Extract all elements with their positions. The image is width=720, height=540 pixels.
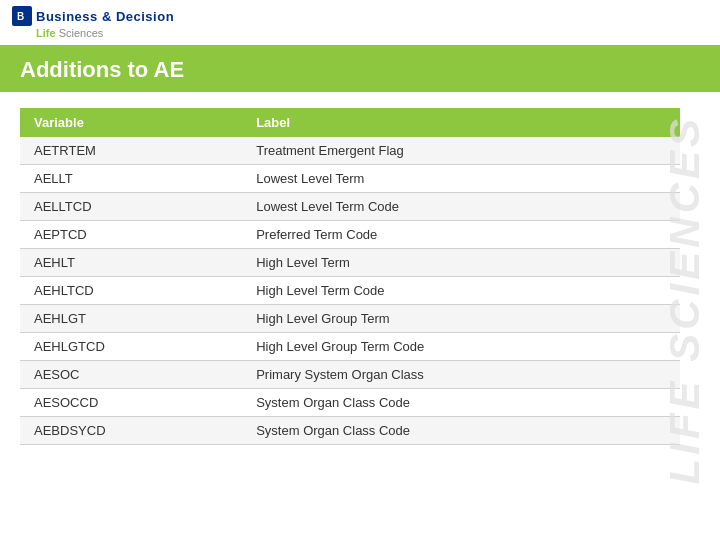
cell-variable: AEHLGT [20,305,242,333]
cell-variable: AESOCCD [20,389,242,417]
table-row: AEHLGTCDHigh Level Group Term Code [20,333,680,361]
logo-icon: B [12,6,32,26]
table-row: AELLTCDLowest Level Term Code [20,193,680,221]
cell-label: High Level Group Term [242,305,680,333]
logo-subtitle: Life Sciences [12,27,103,39]
cell-label: System Organ Class Code [242,417,680,445]
table-row: AEHLGTHigh Level Group Term [20,305,680,333]
table-row: AEBDSYCDSystem Organ Class Code [20,417,680,445]
cell-variable: AEHLTCD [20,277,242,305]
deco-text: LIFE SCIENCES [661,115,709,484]
cell-label: Preferred Term Code [242,221,680,249]
cell-label: High Level Group Term Code [242,333,680,361]
cell-variable: AELLTCD [20,193,242,221]
cell-label: Treatment Emergent Flag [242,137,680,165]
main-content: Variable Label AETRTEMTreatment Emergent… [0,92,720,461]
page-wrapper: B Business & Decision Life Sciences Addi… [0,0,720,540]
cell-variable: AETRTEM [20,137,242,165]
cell-variable: AELLT [20,165,242,193]
cell-label: Primary System Organ Class [242,361,680,389]
page-title: Additions to AE [20,57,184,83]
logo-company-name: Business & Decision [36,9,174,24]
cell-variable: AEHLGTCD [20,333,242,361]
header: B Business & Decision Life Sciences [0,0,720,48]
table-row: AEPTCDPreferred Term Code [20,221,680,249]
table-row: AEHLTHigh Level Term [20,249,680,277]
cell-variable: AEPTCD [20,221,242,249]
col-header-variable: Variable [20,108,242,137]
cell-label: System Organ Class Code [242,389,680,417]
cell-variable: AESOC [20,361,242,389]
title-bar: Additions to AE [0,48,720,92]
table-row: AEHLTCDHigh Level Term Code [20,277,680,305]
additions-table: Variable Label AETRTEMTreatment Emergent… [20,108,680,445]
cell-variable: AEHLT [20,249,242,277]
table-row: AETRTEMTreatment Emergent Flag [20,137,680,165]
cell-variable: AEBDSYCD [20,417,242,445]
table-row: AESOCCDSystem Organ Class Code [20,389,680,417]
table-header-row: Variable Label [20,108,680,137]
svg-text:B: B [17,11,24,22]
table-row: AESOCPrimary System Organ Class [20,361,680,389]
cell-label: Lowest Level Term [242,165,680,193]
cell-label: High Level Term Code [242,277,680,305]
col-header-label: Label [242,108,680,137]
cell-label: High Level Term [242,249,680,277]
logo: B Business & Decision Life Sciences [12,6,174,39]
logo-top: B Business & Decision [12,6,174,26]
life-sciences-decoration: LIFE SCIENCES [660,80,710,520]
table-row: AELLTLowest Level Term [20,165,680,193]
cell-label: Lowest Level Term Code [242,193,680,221]
